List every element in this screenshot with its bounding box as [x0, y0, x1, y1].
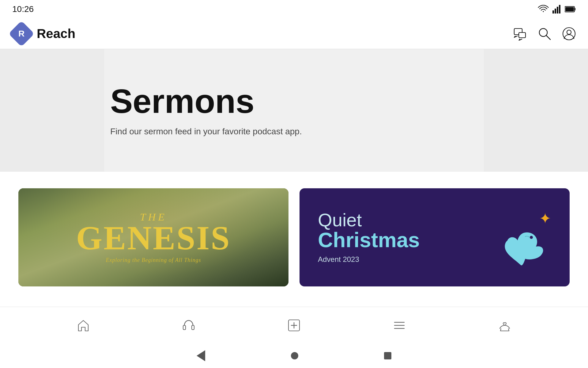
nav-item-serve[interactable] [486, 313, 523, 338]
svg-rect-1 [555, 9, 556, 13]
home-icon [77, 319, 90, 332]
hero-subtitle: Find our sermon feed in your favorite po… [110, 127, 302, 136]
recents-square-icon [384, 352, 391, 359]
svg-line-10 [546, 36, 550, 40]
hero-left-fade [0, 49, 104, 172]
svg-rect-15 [192, 325, 194, 330]
svg-rect-2 [557, 7, 558, 13]
svg-point-9 [539, 29, 547, 36]
back-icon [197, 350, 205, 361]
svg-rect-14 [183, 325, 186, 330]
genesis-subtitle: Exploring the Beginning of All Things [106, 257, 201, 263]
app-logo-letter: R [18, 29, 24, 38]
card-christmas[interactable]: Quiet Christmas Advent 2023 ✦ [300, 188, 570, 286]
svg-point-11 [563, 28, 575, 40]
app-bar: R Reach [0, 18, 588, 49]
hands-heart-icon [498, 319, 511, 332]
bottom-nav [0, 307, 588, 343]
list-icon [393, 319, 406, 332]
search-icon[interactable] [538, 27, 551, 40]
home-circle-icon [291, 352, 298, 359]
battery-icon [565, 6, 576, 13]
nav-item-sermons[interactable] [170, 313, 207, 338]
nav-item-list[interactable] [381, 313, 418, 338]
svg-rect-0 [552, 10, 554, 13]
hero-title: Sermons [110, 84, 302, 118]
hero-section: Sermons Find our sermon feed in your fav… [0, 49, 588, 172]
status-bar: 10:26 [0, 0, 588, 18]
status-icons [538, 5, 576, 13]
svg-point-13 [530, 236, 533, 239]
wifi-icon [538, 5, 549, 13]
svg-rect-8 [519, 33, 526, 38]
nav-item-home[interactable] [65, 313, 102, 338]
signal-icon [552, 5, 561, 13]
svg-rect-6 [565, 7, 574, 11]
back-button[interactable] [197, 350, 205, 361]
hero-content: Sermons Find our sermon feed in your fav… [110, 84, 302, 136]
chat-icon[interactable] [513, 27, 527, 40]
card-genesis[interactable]: The GENESIS Exploring the Beginning of A… [18, 188, 288, 286]
genesis-main-title: GENESIS [76, 223, 231, 253]
christmas-quiet: Quiet [318, 211, 484, 229]
christmas-title: Christmas [318, 229, 484, 250]
nav-item-give[interactable] [276, 313, 312, 338]
christmas-decoration: ✦ [484, 204, 551, 271]
recents-button[interactable] [384, 352, 391, 359]
account-icon[interactable] [562, 27, 576, 40]
christmas-advent: Advent 2023 [318, 255, 484, 264]
home-button[interactable] [291, 352, 298, 359]
app-bar-actions [513, 27, 576, 40]
add-square-icon [287, 319, 301, 332]
cards-section: The GENESIS Exploring the Beginning of A… [0, 181, 588, 307]
genesis-text: The GENESIS Exploring the Beginning of A… [18, 188, 288, 286]
status-time: 10:26 [12, 4, 34, 14]
app-logo: R [9, 21, 35, 47]
system-nav [0, 343, 588, 368]
svg-rect-3 [559, 5, 560, 13]
dove-icon [496, 222, 545, 271]
app-title: Reach [37, 26, 75, 41]
headphones-icon [182, 319, 195, 332]
christmas-text: Quiet Christmas Advent 2023 [318, 211, 484, 264]
svg-rect-5 [575, 8, 575, 10]
app-bar-left: R Reach [12, 25, 75, 43]
hero-right-fade [484, 49, 588, 172]
christmas-content: Quiet Christmas Advent 2023 ✦ [300, 188, 570, 286]
svg-point-12 [567, 30, 571, 34]
